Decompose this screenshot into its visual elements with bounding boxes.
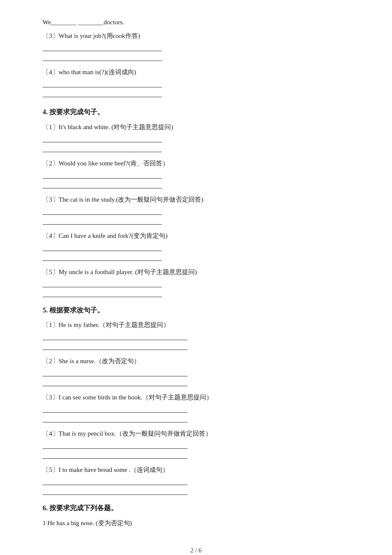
top-q4: 〔4〕who that man is(?)(连词成向)	[43, 67, 349, 97]
answer-line	[43, 379, 187, 386]
answer-line	[43, 53, 162, 61]
section5-q4-lines	[43, 441, 349, 459]
answer-line	[43, 342, 187, 350]
answer-line	[43, 243, 162, 251]
answer-line	[43, 207, 162, 215]
answer-line	[43, 332, 187, 340]
section4-q3-lines	[43, 207, 349, 225]
section6-q1-text: 1·He has a big nose. (变为否定句)	[43, 518, 349, 528]
section4-q1-lines	[43, 135, 349, 152]
section-6-title: 6. 按要求完成下列各题。	[43, 503, 349, 514]
answer-line	[43, 145, 162, 152]
section-6: 6. 按要求完成下列各题。 1·He has a big nose. (变为否定…	[43, 503, 349, 528]
answer-line	[43, 369, 187, 376]
section5-q3: 〔3〕I can see some birds in the book.（对句子…	[43, 392, 349, 422]
answer-line	[43, 487, 187, 495]
section5-q2-text: 〔2〕She is a nurse.（改为否定句）	[43, 356, 349, 366]
section5-q3-lines	[43, 405, 349, 422]
answer-line	[43, 253, 162, 261]
section5-q1-text: 〔1〕He is my father.（对句子主题意思提问）	[43, 320, 349, 330]
section4-q2-text: 〔2〕Would you like some beef?(肯、否回答）	[43, 158, 349, 168]
section5-q4: 〔4〕That is my pencil box.（改为一般疑问句并做肯定回答）	[43, 428, 349, 459]
top-q4-answer-lines	[43, 80, 349, 97]
top-line1: We________ ________doctors.	[43, 17, 349, 27]
top-q3-answer-lines	[43, 43, 349, 61]
section4-q1: 〔1〕It's black and white. (对句子主题意思提问)	[43, 122, 349, 152]
answer-line	[43, 181, 162, 188]
section5-q5: 〔5〕I to make have bread some .（连词成句）	[43, 465, 349, 495]
section-5-title: 5. 根据要求改句子。	[43, 305, 349, 316]
section5-q2: 〔2〕She is a nurse.（改为否定句）	[43, 356, 349, 386]
section5-q3-text: 〔3〕I can see some birds in the book.（对句子…	[43, 392, 349, 402]
answer-line	[43, 217, 162, 225]
answer-line	[43, 451, 187, 459]
section4-q2-lines	[43, 171, 349, 188]
section4-q5: 〔5〕My uncle is a football player. (对句子主题…	[43, 267, 349, 297]
answer-line	[43, 90, 162, 97]
section5-q5-text: 〔5〕I to make have bread some .（连词成句）	[43, 465, 349, 475]
answer-line	[43, 441, 187, 449]
section4-q5-lines	[43, 280, 349, 297]
section5-q1: 〔1〕He is my father.（对句子主题意思提问）	[43, 320, 349, 350]
section4-q3-text: 〔3〕The cat is in the study.(改为一般疑问句并做否定回…	[43, 194, 349, 205]
section4-q5-text: 〔5〕My uncle is a football player. (对句子主题…	[43, 267, 349, 277]
answer-line	[43, 171, 162, 179]
answer-line	[43, 289, 162, 297]
section5-q2-lines	[43, 369, 349, 386]
section4-q4-text: 〔4〕Can I have a knife and fork?(变为肯定句)	[43, 231, 349, 241]
answer-line	[43, 43, 162, 51]
section-4-title: 4. 按要求完成句子。	[43, 107, 349, 118]
answer-line	[43, 477, 187, 485]
answer-line	[43, 135, 162, 142]
top-q3: 〔3〕What is your job?(用cook作答)	[43, 31, 349, 61]
top-q3-label: 〔3〕What is your job?(用cook作答)	[43, 31, 349, 41]
section5-q5-lines	[43, 477, 349, 495]
top-q4-label: 〔4〕who that man is(?)(连词成向)	[43, 67, 349, 77]
section-5: 5. 根据要求改句子。 〔1〕He is my father.（对句子主题意思提…	[43, 305, 349, 495]
section4-q3: 〔3〕The cat is in the study.(改为一般疑问句并做否定回…	[43, 194, 349, 225]
section4-q4-lines	[43, 243, 349, 261]
section4-q4: 〔4〕Can I have a knife and fork?(变为肯定句)	[43, 231, 349, 261]
answer-line	[43, 405, 187, 413]
answer-line	[43, 415, 187, 422]
section-4: 4. 按要求完成句子。 〔1〕It's black and white. (对句…	[43, 107, 349, 297]
section5-q4-text: 〔4〕That is my pencil box.（改为一般疑问句并做肯定回答）	[43, 428, 349, 439]
section4-q2: 〔2〕Would you like some beef?(肯、否回答）	[43, 158, 349, 188]
answer-line	[43, 80, 162, 87]
top-section: We________ ________doctors. 〔3〕What is y…	[43, 17, 349, 97]
answer-line	[43, 280, 162, 287]
page-number: 2 / 6	[43, 545, 349, 555]
section5-q1-lines	[43, 332, 349, 350]
section4-q1-text: 〔1〕It's black and white. (对句子主题意思提问)	[43, 122, 349, 132]
